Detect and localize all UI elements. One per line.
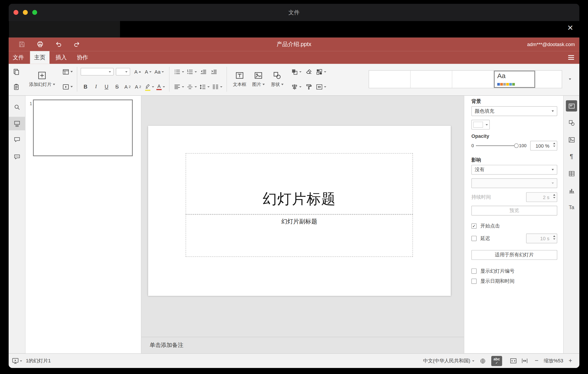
- underline-button[interactable]: U: [102, 81, 112, 92]
- start-click-checkbox[interactable]: ✓: [471, 223, 476, 229]
- textart-settings-tab[interactable]: Ta: [566, 201, 577, 213]
- line-spacing-button[interactable]: [198, 81, 210, 92]
- vertical-align-button[interactable]: [186, 81, 198, 92]
- duration-input[interactable]: 2 s: [526, 192, 557, 202]
- gallery-expand-button[interactable]: [565, 74, 575, 85]
- slide-size-button[interactable]: [315, 81, 327, 92]
- tab-insert[interactable]: 插入: [51, 51, 71, 64]
- color-scheme-button[interactable]: [315, 66, 327, 77]
- theme-option[interactable]: [369, 71, 411, 88]
- change-case-button[interactable]: Aa: [154, 66, 165, 77]
- theme-option-selected[interactable]: Aa: [494, 71, 536, 88]
- set-language-button[interactable]: [480, 358, 486, 364]
- spinner-down-icon[interactable]: [553, 197, 555, 198]
- minimize-traffic-button[interactable]: [23, 10, 28, 15]
- align-shape-button[interactable]: [290, 81, 302, 92]
- search-button[interactable]: [9, 102, 25, 112]
- fit-slide-button[interactable]: [510, 357, 517, 365]
- numbering-button[interactable]: [186, 66, 198, 77]
- delay-input[interactable]: 10 s: [526, 233, 557, 243]
- bold-button[interactable]: B: [81, 81, 91, 92]
- italic-button[interactable]: I: [91, 81, 101, 92]
- font-color-button[interactable]: A: [156, 81, 166, 92]
- slides-panel-button[interactable]: [9, 117, 25, 130]
- undo-button[interactable]: [53, 39, 64, 50]
- bullets-button[interactable]: [173, 66, 185, 77]
- decrement-font-button[interactable]: A: [143, 66, 153, 77]
- copy-button[interactable]: [11, 66, 21, 77]
- opacity-slider[interactable]: [476, 145, 517, 146]
- tab-collaboration[interactable]: 协作: [73, 51, 92, 64]
- horizontal-align-button[interactable]: [173, 81, 185, 92]
- comments-panel-button[interactable]: [9, 134, 25, 144]
- spinner-up-icon[interactable]: [553, 235, 555, 237]
- spinner-down-icon[interactable]: [553, 146, 555, 147]
- fit-width-button[interactable]: [521, 357, 529, 365]
- theme-option[interactable]: [452, 71, 494, 88]
- fullscreen-traffic-button[interactable]: [32, 10, 37, 15]
- increment-font-button[interactable]: A: [133, 66, 143, 77]
- spinner-down-icon[interactable]: [553, 238, 555, 240]
- zoom-in-button[interactable]: +: [567, 357, 574, 364]
- increase-indent-button[interactable]: [209, 66, 219, 77]
- background-color-swatch[interactable]: [471, 120, 490, 130]
- start-slideshow-button[interactable]: [12, 357, 19, 365]
- strikeout-button[interactable]: S: [112, 81, 122, 92]
- theme-option[interactable]: [411, 71, 452, 88]
- font-name-select[interactable]: [81, 68, 114, 76]
- language-status[interactable]: 中文(中华人民共和国): [423, 357, 474, 364]
- effect-type-select[interactable]: [471, 178, 557, 188]
- subtitle-placeholder[interactable]: 幻灯片副标题: [186, 214, 413, 257]
- show-date-checkbox[interactable]: [471, 278, 476, 284]
- subscript-button[interactable]: A2: [133, 81, 143, 92]
- start-slideshow-toolbar-button[interactable]: [62, 81, 74, 92]
- superscript-button[interactable]: A2: [123, 81, 133, 92]
- print-button[interactable]: [34, 39, 46, 50]
- slide-thumbnail[interactable]: [33, 99, 133, 156]
- spellcheck-button[interactable]: abc✓: [491, 356, 502, 366]
- add-slide-button[interactable]: 添加幻灯片: [25, 66, 59, 93]
- preview-button[interactable]: 预览: [471, 206, 557, 216]
- shape-settings-tab[interactable]: [566, 117, 577, 128]
- paste-button[interactable]: [11, 81, 21, 92]
- slideshow-options-button[interactable]: [20, 360, 22, 362]
- arrange-shape-button[interactable]: [290, 66, 302, 77]
- copy-style-button[interactable]: [304, 81, 314, 92]
- slide[interactable]: 幻灯片标题 幻灯片副标题: [148, 126, 451, 296]
- close-traffic-button[interactable]: [13, 10, 18, 15]
- insert-columns-button[interactable]: [211, 81, 223, 92]
- tab-home[interactable]: 主页: [30, 51, 49, 64]
- opacity-slider-knob[interactable]: [514, 143, 518, 148]
- feedback-button[interactable]: [9, 151, 25, 162]
- font-size-select[interactable]: [116, 68, 130, 76]
- title-placeholder[interactable]: 幻灯片标题: [186, 153, 413, 215]
- table-settings-tab[interactable]: [566, 168, 577, 179]
- insert-image-button[interactable]: 图片: [249, 66, 268, 93]
- insert-textbox-button[interactable]: 文本框: [230, 66, 249, 93]
- change-layout-button[interactable]: [62, 66, 74, 77]
- paragraph-settings-tab[interactable]: ¶: [566, 151, 577, 162]
- menu-button[interactable]: [568, 51, 574, 64]
- slide-canvas[interactable]: 幻灯片标题 幻灯片副标题: [141, 96, 464, 337]
- opacity-input[interactable]: 100 %: [530, 141, 557, 151]
- slide-settings-tab[interactable]: [566, 100, 577, 111]
- tab-file[interactable]: 文件: [9, 51, 28, 64]
- highlight-color-button[interactable]: [144, 81, 155, 92]
- image-settings-tab[interactable]: [566, 134, 577, 145]
- apply-all-button[interactable]: 适用于所有幻灯片: [471, 250, 557, 260]
- notes-area[interactable]: 单击添加备注: [141, 337, 464, 353]
- effect-select[interactable]: 没有: [471, 165, 557, 175]
- spinner-up-icon[interactable]: [553, 143, 555, 144]
- redo-button[interactable]: [71, 39, 83, 50]
- decrease-indent-button[interactable]: [198, 66, 208, 77]
- zoom-out-button[interactable]: −: [533, 357, 540, 365]
- show-slide-number-checkbox[interactable]: [471, 268, 476, 274]
- insert-shape-button[interactable]: 形状: [268, 66, 286, 93]
- chart-settings-tab[interactable]: [566, 185, 577, 196]
- spinner-up-icon[interactable]: [553, 194, 555, 196]
- clear-style-button[interactable]: [304, 66, 314, 77]
- delay-checkbox[interactable]: [471, 236, 476, 241]
- save-button[interactable]: [16, 39, 27, 50]
- background-fill-select[interactable]: 颜色填充: [471, 106, 557, 116]
- close-preview-button[interactable]: ✕: [567, 24, 573, 32]
